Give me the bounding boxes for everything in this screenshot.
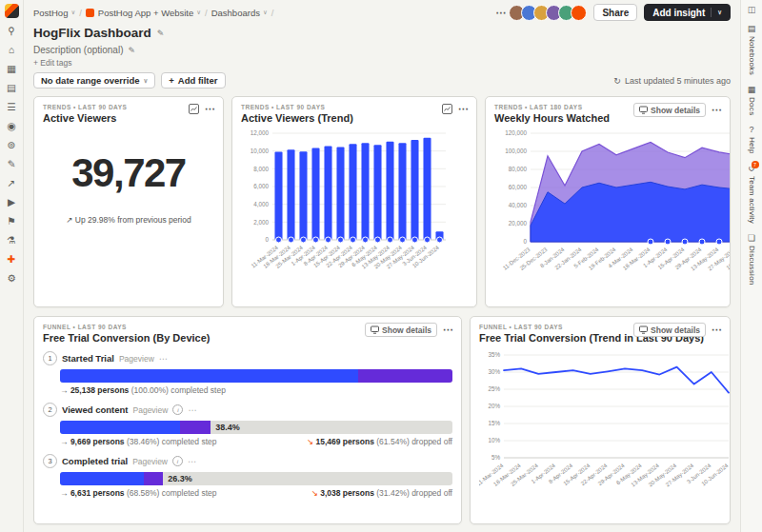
show-details-button[interactable]: Show details [365,323,437,337]
svg-text:60,000: 60,000 [509,184,528,190]
main-area: PostHog ∨ / PostHog App + Website ∨ / Da… [24,0,740,532]
funnel-bar[interactable] [60,369,452,383]
open-insight-icon[interactable] [189,104,199,114]
funnel-bar[interactable]: 26.3% [60,472,452,485]
chevron-down-icon: ∨ [143,77,148,85]
step-menu-icon[interactable]: ⋯ [188,404,197,415]
breadcrumb-separator: / [79,8,82,18]
sidebar-feature-flags-icon[interactable]: ⚑ [5,213,19,227]
avatar[interactable] [571,5,587,21]
breadcrumb-project[interactable]: PostHog App + Website ∨ [98,8,201,18]
show-details-label: Show details [651,106,700,115]
sidebar-insights-icon[interactable]: ↗ [5,175,19,189]
step-name[interactable]: Started Trial [62,353,114,364]
sidebar-settings-icon[interactable]: ⚙ [5,270,19,285]
show-details-label: Show details [382,325,431,335]
right-rail-help[interactable]: ?Help [748,125,756,154]
edit-title-icon[interactable]: ✎ [157,29,165,38]
dashboard-grid: TRENDS • LAST 90 DAYS ⋯ Active Viewers 3… [24,90,740,532]
edit-description-icon[interactable]: ✎ [129,46,136,55]
completed-step-text[interactable]: → 25,138 persons (100.00%) completed ste… [60,385,226,395]
date-range-override-label: No date range override [41,75,139,86]
sidebar-data-management-icon[interactable]: ☰ [5,99,19,113]
plus-icon: + [33,58,38,68]
sidebar-home-icon[interactable]: ⌂ [5,42,19,56]
help-icon: ? [749,125,753,134]
card-menu-icon[interactable]: ⋯ [443,324,453,336]
dropped-off-text[interactable]: ↘ 15,469 persons (61.54%) dropped off [307,437,452,446]
step-menu-icon[interactable]: ⋯ [188,456,197,466]
breadcrumb-project-label: PostHog App + Website [98,8,193,18]
edit-tags-button[interactable]: + Edit tags [33,58,71,68]
breadcrumb-org[interactable]: PostHog ∨ [33,8,75,18]
completed-step-text[interactable]: → 9,669 persons (38.46%) completed step [60,437,216,446]
card-menu-icon[interactable]: ⋯ [712,104,722,116]
card-menu-icon[interactable]: ⋯ [205,103,215,115]
show-details-button[interactable]: Show details [633,103,706,117]
info-icon[interactable]: i [172,404,183,415]
step-number: 3 [43,454,57,468]
sidebar-session-replay-icon[interactable]: ▶ [5,194,19,208]
sidebar-persons-icon[interactable]: ◉ [5,118,19,132]
breadcrumb-dashboards[interactable]: Dashboards ∨ [211,8,268,18]
sidebar-notebooks-icon[interactable]: ▤ [5,80,19,94]
bar-chart-active-viewers[interactable]: 02,0004,0006,0008,00010,00012,00011-Mar-… [241,128,468,287]
sidebar-dashboards-icon[interactable]: ▦ [5,61,19,75]
collapse-sidebar-icon[interactable]: ◫ [748,5,756,14]
dropped-arrow-icon: ↘ [311,488,318,498]
add-insight-label: Add insight [652,8,705,18]
svg-text:2,000: 2,000 [253,219,269,226]
step-menu-icon[interactable]: ⋯ [159,353,169,364]
right-rail-notebooks[interactable]: ▤Notebooks [748,24,756,75]
show-details-button[interactable]: Show details [633,323,706,337]
card-menu-icon[interactable]: ⋯ [712,324,722,336]
funnel-bar-segment [144,472,163,485]
right-rail-team-activity[interactable]: ↺7Team activity [748,164,756,224]
funnel-bar-segment [60,369,358,383]
svg-text:5%: 5% [491,454,501,461]
add-filter-label: Add filter [178,75,218,86]
last-updated-button[interactable]: ↻ Last updated 5 minutes ago [613,76,731,86]
discussion-label: Discussion [748,246,756,286]
more-menu-icon[interactable]: ⋯ [495,7,506,19]
svg-text:20%: 20% [488,403,500,409]
dropped-off-text[interactable]: ↘ 3,038 persons (31.42%) dropped off [311,488,452,498]
right-rail-discussion[interactable]: ❏Discussion [748,233,756,286]
notebooks-icon: ▤ [748,24,756,33]
info-icon[interactable]: i [172,456,183,466]
sidebar-toolbar-icon[interactable]: ✚ [5,251,19,266]
discussion-icon: ❏ [748,233,755,243]
sidebar-experiments-icon[interactable]: ⚗ [5,232,19,246]
card-title[interactable]: Active Viewers (Trend) [241,112,468,124]
step-event-type: Pageview [119,354,154,364]
sidebar-search-icon[interactable]: ⚲ [5,23,19,37]
plus-icon: + [169,75,174,86]
last-updated-label: Last updated 5 minutes ago [625,76,731,86]
add-filter-button[interactable]: + Add filter [161,72,225,89]
funnel-step-3: 3 Completed trial Pageview i ⋯ 26.3% → [43,454,452,498]
funnel-bar[interactable]: 38.4% [60,421,452,434]
card-menu-icon[interactable]: ⋯ [458,103,469,115]
funnel-bar-percentage: 38.4% [215,423,240,432]
show-details-icon [639,106,648,114]
chevron-down-icon[interactable]: ∨ [717,9,722,16]
completed-step-text[interactable]: → 6,631 persons (68.58%) completed step [60,488,216,498]
area-chart-weekly-hours[interactable]: 020,00040,00060,00080,000100,000120,0001… [494,128,721,291]
share-button[interactable]: Share [593,4,637,21]
right-rail-docs[interactable]: ▦Docs [748,85,756,115]
date-range-override-button[interactable]: No date range override ∨ [33,72,155,89]
step-name[interactable]: Completed trial [62,456,128,466]
svg-text:120,000: 120,000 [505,129,527,136]
svg-text:15%: 15% [488,420,500,426]
sidebar-cohorts-icon[interactable]: ⊚ [5,137,19,151]
posthog-logo-icon[interactable] [5,4,19,18]
add-insight-button[interactable]: Add insight ∨ [644,4,731,21]
button-divider [711,8,712,17]
open-insight-icon[interactable] [442,104,452,114]
step-name[interactable]: Viewed content [62,404,129,415]
card-weekly-hours-watched: TRENDS • LAST 180 DAYS Show details ⋯ We… [485,96,731,307]
collaborator-avatars[interactable] [512,5,587,21]
description-placeholder[interactable]: Description (optional) [33,45,124,55]
sidebar-annotations-icon[interactable]: ✎ [5,156,19,170]
line-chart-funnel-trend[interactable]: 5%10%15%20%25%30%35%11-Mar-202418-Mar-20… [479,347,721,507]
